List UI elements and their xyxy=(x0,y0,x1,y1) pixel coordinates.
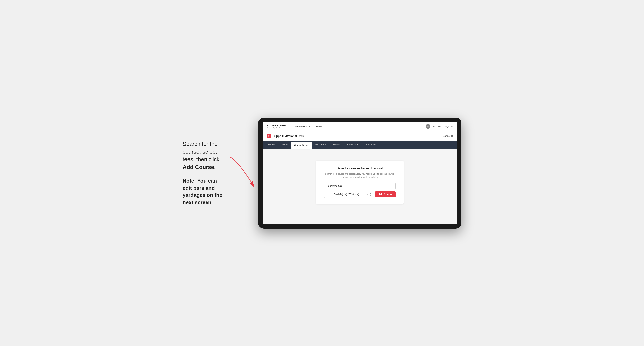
tournament-title: C Clippd Invitational (Men) xyxy=(267,134,305,138)
tab-teams[interactable]: Teams xyxy=(278,141,291,149)
tablet-screen: SCOREBOARD Powered by clippd TOURNAMENTS… xyxy=(263,122,457,224)
user-avatar: R xyxy=(426,124,430,129)
section-title: Select a course for each round xyxy=(324,167,396,170)
tournament-name: Clippd Invitational xyxy=(272,134,297,138)
logo: SCOREBOARD Powered by clippd xyxy=(267,124,287,129)
add-course-button[interactable]: Add Course xyxy=(375,191,396,197)
top-nav: SCOREBOARD Powered by clippd TOURNAMENTS… xyxy=(263,122,457,132)
main-content: Select a course for each round Search fo… xyxy=(263,149,457,224)
tee-up-button[interactable]: ▲ xyxy=(370,192,372,194)
nav-right: R Test User | Sign out xyxy=(426,124,453,129)
tee-value: Gold (M) (M) (7010 yds) xyxy=(326,193,367,196)
course-section: Select a course for each round Search fo… xyxy=(316,161,404,204)
tab-printables[interactable]: Printables xyxy=(363,141,379,149)
instructions-panel: Search for the course, select tees, then… xyxy=(182,140,246,206)
tee-down-button[interactable]: ▼ xyxy=(370,194,372,196)
tournament-type: (Men) xyxy=(298,135,304,137)
sign-out-link[interactable]: Sign out xyxy=(445,125,453,128)
user-name: Test User xyxy=(432,125,441,128)
tournament-header: C Clippd Invitational (Men) Cancel ✕ xyxy=(263,132,457,141)
nav-links: TOURNAMENTS TEAMS xyxy=(292,125,426,129)
cancel-button[interactable]: Cancel ✕ xyxy=(443,135,453,137)
logo-main: SCOREBOARD xyxy=(267,124,287,127)
tab-leaderboards[interactable]: Leaderboards xyxy=(343,141,363,149)
page-wrapper: Search for the course, select tees, then… xyxy=(182,118,462,229)
course-search-input[interactable] xyxy=(324,183,396,189)
separator: | xyxy=(443,125,444,128)
tee-stepper[interactable]: ▲ ▼ xyxy=(370,192,372,196)
tablet-device: SCOREBOARD Powered by clippd TOURNAMENTS… xyxy=(258,118,462,229)
nav-teams[interactable]: TEAMS xyxy=(314,125,322,129)
tab-course-setup[interactable]: Course Setup xyxy=(291,142,312,149)
nav-tournaments[interactable]: TOURNAMENTS xyxy=(292,125,310,129)
tabs-bar: Details Teams Course Setup Tee Groups Re… xyxy=(263,141,457,149)
tournament-icon: C xyxy=(267,134,271,138)
tee-select-container[interactable]: Gold (M) (M) (7010 yds) ✕ ▲ ▼ xyxy=(324,191,374,198)
tab-results[interactable]: Results xyxy=(329,141,343,149)
tab-tee-groups[interactable]: Tee Groups xyxy=(312,141,329,149)
clear-tee-button[interactable]: ✕ xyxy=(367,193,369,196)
tee-select-row: Gold (M) (M) (7010 yds) ✕ ▲ ▼ Add Course xyxy=(324,191,396,198)
tab-details[interactable]: Details xyxy=(265,141,278,149)
logo-sub: Powered by clippd xyxy=(267,127,287,129)
section-description: Search for a course and select a tee. Yo… xyxy=(324,172,396,179)
instruction-text: Search for the course, select tees, then… xyxy=(182,140,246,171)
note-text: Note: You can edit pars and yardages on … xyxy=(182,177,246,206)
